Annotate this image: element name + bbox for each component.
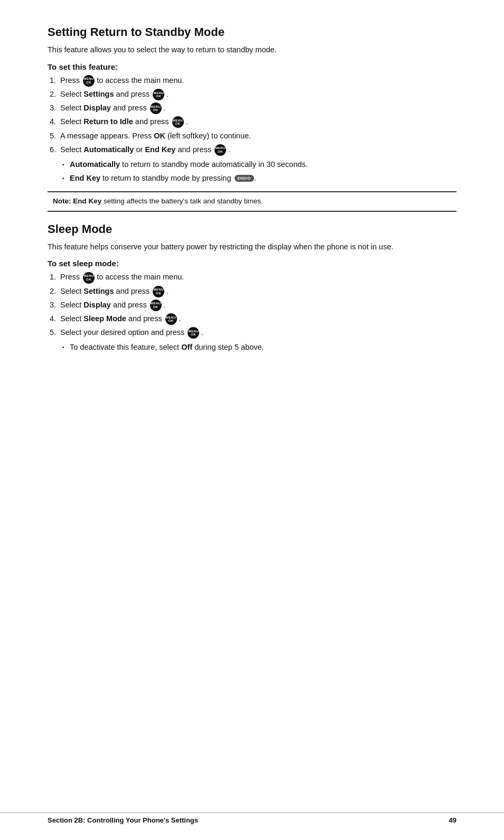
step-text: Select Sleep Mode and press: [60, 314, 164, 323]
step-text: .: [179, 314, 181, 323]
step-1-4: Select Return to Idle and press MENUOK .: [58, 116, 456, 128]
section2-subtitle: To set sleep mode:: [48, 259, 456, 268]
menu-button-icon: MENUOK: [150, 102, 162, 114]
page-footer: Section 2B: Controlling Your Phone's Set…: [0, 813, 504, 824]
step-text: Press: [60, 76, 82, 85]
menu-button-icon: MENUOK: [153, 89, 164, 100]
note-text: Note: End Key setting affects the batter…: [53, 197, 263, 205]
end-key-button-icon: END/O: [235, 175, 254, 182]
step-1-3: Select Display and press MENUOK .: [58, 102, 456, 114]
section-standby-mode: Setting Return to Standby Mode This feat…: [48, 25, 456, 212]
step-text: .: [186, 117, 188, 126]
step-text: .: [166, 90, 169, 98]
step-2-3: Select Display and press MENUOK .: [58, 299, 456, 311]
menu-button-icon: MENUOK: [83, 272, 95, 284]
step-2-2: Select Settings and press MENUOK .: [58, 285, 456, 297]
menu-button-icon: MENUOK: [172, 116, 184, 128]
step-text: .: [228, 145, 230, 154]
substep-1-1: Automatically to return to standby mode …: [62, 159, 456, 171]
step-text: Select Settings and press: [60, 90, 152, 98]
step-text: Select Display and press: [60, 104, 149, 112]
step-text: .: [164, 301, 166, 309]
note-box: Note: End Key setting affects the batter…: [48, 191, 456, 211]
section1-substeps: Automatically to return to standby mode …: [62, 159, 456, 184]
section2-substeps: To deactivate this feature, select Off d…: [62, 342, 456, 353]
step-1-1: Press MENUOK to access the main menu.: [58, 74, 456, 87]
step-2-1: Press MENUOK to access the main menu.: [58, 271, 456, 283]
section1-title: Setting Return to Standby Mode: [48, 25, 456, 39]
section2-title: Sleep Mode: [48, 222, 456, 236]
step-text: to access the main menu.: [97, 273, 184, 281]
section-sleep-mode: Sleep Mode This feature helps conserve y…: [48, 222, 456, 353]
menu-button-icon: MENUOK: [83, 75, 95, 87]
substep-1-2: End Key to return to standby mode by pre…: [62, 173, 456, 184]
step-text: Select Return to Idle and press: [60, 117, 171, 126]
footer-left: Section 2B: Controlling Your Phone's Set…: [48, 816, 198, 824]
section2-intro: This feature helps conserve your battery…: [48, 241, 456, 253]
step-text: Select Automatically or End Key and pres…: [60, 145, 213, 154]
step-text: .: [201, 328, 203, 337]
menu-button-icon: MENUOK: [165, 313, 177, 325]
step-1-2: Select Settings and press MENUOK .: [58, 88, 456, 100]
substep-2-1: To deactivate this feature, select Off d…: [62, 342, 456, 353]
step-text: .: [166, 287, 169, 295]
menu-button-icon: MENUOK: [188, 327, 199, 339]
section1-steps: Press MENUOK to access the main menu. Se…: [58, 74, 456, 156]
step-1-5: A message appears. Press OK (left softke…: [58, 130, 456, 142]
menu-button-icon: MENUOK: [214, 144, 226, 156]
step-text: to access the main menu.: [97, 76, 184, 85]
step-text: Press: [60, 273, 82, 281]
step-text: Select your desired option and press: [60, 328, 186, 337]
menu-button-icon: MENUOK: [150, 300, 162, 311]
step-text: A message appears. Press OK (left softke…: [60, 132, 251, 140]
step-1-6: Select Automatically or End Key and pres…: [58, 144, 456, 156]
menu-button-icon: MENUOK: [153, 286, 164, 297]
section1-intro: This feature allows you to select the wa…: [48, 44, 456, 56]
footer-right: 49: [449, 816, 456, 824]
section2-steps: Press MENUOK to access the main menu. Se…: [58, 271, 456, 339]
step-text: Select Settings and press: [60, 287, 152, 295]
step-text: Select Display and press: [60, 301, 149, 309]
step-2-4: Select Sleep Mode and press MENUOK .: [58, 313, 456, 325]
step-text: .: [164, 104, 166, 112]
section1-subtitle: To set this feature:: [48, 62, 456, 71]
step-2-5: Select your desired option and press MEN…: [58, 326, 456, 339]
